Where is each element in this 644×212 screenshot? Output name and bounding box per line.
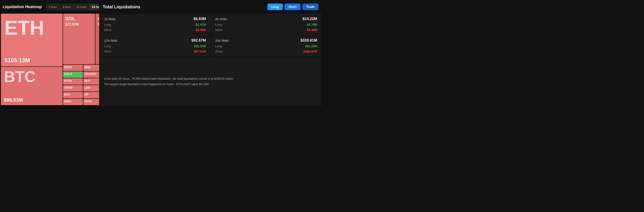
btc-tile[interactable]: BTC $96.53M bbox=[1, 67, 62, 105]
stat-total-24h: $328.81M bbox=[300, 38, 317, 43]
time-btn-12h[interactable]: 12 hour bbox=[74, 4, 89, 10]
stat-type-short-12h: Short bbox=[104, 50, 111, 53]
eth-symbol: ETH bbox=[4, 18, 44, 38]
stat-long-val-1h: $1.47M bbox=[196, 23, 206, 26]
stat-short-val-12h: $67.31M bbox=[194, 50, 206, 53]
stat-label-1h: 1h Rekt bbox=[104, 17, 116, 21]
eth-tile[interactable]: ETH $105.13M bbox=[1, 14, 62, 66]
sol-tile[interactable]: SOL $21.53M bbox=[63, 14, 95, 64]
ftm-tile[interactable]: 1000B bbox=[63, 85, 83, 92]
stat-card-24h: 24h Rekt $328.81M Long $61.83M Short $26… bbox=[211, 35, 322, 56]
stat-total-12h: $92.67M bbox=[191, 38, 206, 43]
right-header: Total Liquidations Long Short Trade bbox=[99, 0, 322, 14]
eth-value: $105.13M bbox=[4, 57, 59, 64]
ordi-tile[interactable]: ORDI bbox=[63, 99, 83, 105]
short-button[interactable]: Short bbox=[284, 3, 300, 10]
bch-tile[interactable]: BCH bbox=[63, 92, 83, 98]
stat-type-long-12h: Long bbox=[104, 44, 111, 48]
info-line-2: The largest single liquidation order hap… bbox=[104, 82, 317, 87]
time-filter-group: 1 hour 4 hour 12 hour 24 hour bbox=[46, 3, 106, 10]
time-btn-4h[interactable]: 4 hour bbox=[60, 4, 74, 10]
stat-card-12h: 12h Rekt $92.67M Long $25.36M Short $67.… bbox=[100, 35, 210, 56]
action-buttons: Long Short Trade bbox=[267, 3, 318, 10]
gala-tile[interactable]: GALA bbox=[63, 72, 83, 78]
right-panel-title: Total Liquidations bbox=[103, 4, 140, 9]
stat-short-val-1h: $5.36M bbox=[196, 28, 206, 32]
btc-value: $96.53M bbox=[4, 97, 60, 103]
1000pef-tile[interactable]: 1000PEF bbox=[83, 72, 100, 78]
stat-short-val-24h: $266.97M bbox=[304, 50, 317, 53]
stat-long-val-4h: $4.75M bbox=[307, 23, 317, 26]
pyth-tile[interactable]: PYTH bbox=[63, 78, 83, 85]
stat-total-4h: $14.22M bbox=[302, 17, 317, 21]
sol-value: $21.53M bbox=[65, 22, 93, 26]
info-line-1: In the past 24 hours , 78,358 traders we… bbox=[104, 77, 317, 81]
bnb-tile[interactable]: BNB bbox=[83, 65, 100, 71]
time-btn-1h[interactable]: 1 hour bbox=[46, 4, 60, 10]
stat-card-1h: 1h Rekt $6.83M Long $1.47M Short $5.36M bbox=[100, 14, 210, 35]
stats-grid: 1h Rekt $6.83M Long $1.47M Short $5.36M … bbox=[99, 14, 322, 56]
btc-symbol: BTC bbox=[4, 69, 36, 85]
not-tile[interactable]: NOT bbox=[83, 78, 100, 85]
trade-button[interactable]: Trade bbox=[302, 3, 318, 10]
1000b-tile[interactable]: LDO bbox=[83, 85, 100, 92]
stat-long-val-24h: $61.83M bbox=[305, 44, 317, 48]
stat-short-val-4h: $9.48M bbox=[307, 28, 317, 32]
op-tile[interactable]: OP bbox=[83, 92, 100, 98]
app-title: Liquidation Heatmap bbox=[3, 5, 42, 9]
info-box: In the past 24 hours , 78,358 traders we… bbox=[100, 57, 322, 106]
avax-tile[interactable]: AVAX bbox=[83, 99, 100, 105]
stat-long-val-12h: $25.36M bbox=[194, 44, 206, 48]
stat-type-short-4h: Short bbox=[215, 28, 222, 32]
stat-type-long-24h: Long bbox=[215, 44, 222, 48]
stat-total-1h: $6.83M bbox=[194, 17, 206, 21]
stat-label-24h: 24h Rekt bbox=[215, 39, 228, 42]
sol-symbol: SOL bbox=[65, 16, 93, 21]
stat-card-4h: 4h Rekt $14.22M Long $4.75M Short $9.48M bbox=[211, 14, 322, 35]
stat-label-12h: 12h Rekt bbox=[104, 39, 117, 42]
heatmap-area: ETH $105.13M BTC $96.53M SOL $21.53M Oth… bbox=[0, 14, 99, 106]
stat-type-short-1h: Short bbox=[104, 28, 111, 32]
pepe-tile[interactable]: PEPE bbox=[63, 65, 83, 71]
long-button[interactable]: Long bbox=[267, 3, 283, 10]
stat-type-long-4h: Long bbox=[215, 23, 222, 26]
stat-type-long-1h: Long bbox=[104, 23, 111, 26]
stat-type-short-24h: Short bbox=[215, 50, 222, 53]
stat-label-4h: 4h Rekt bbox=[215, 17, 227, 21]
